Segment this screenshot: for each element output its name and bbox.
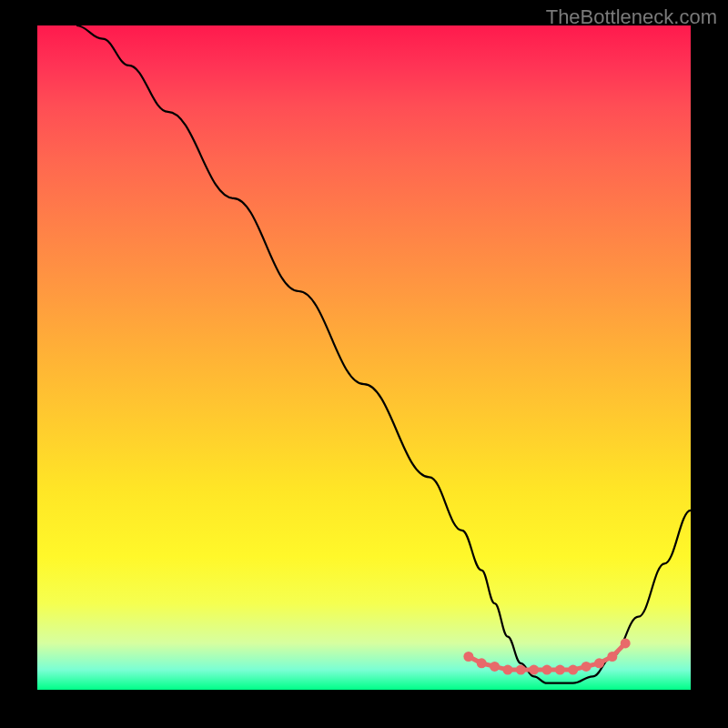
bottleneck-curve-line (76, 25, 691, 683)
highlight-dot (490, 662, 500, 672)
highlight-dot (477, 658, 487, 668)
highlight-dot (516, 665, 526, 675)
highlight-dot (542, 665, 552, 675)
highlight-dot (568, 665, 578, 675)
attribution-text: TheBottleneck.com (546, 5, 717, 29)
highlight-dot (463, 652, 473, 662)
chart-plot-area (37, 25, 691, 690)
highlight-dots (463, 638, 630, 674)
chart-svg (37, 25, 691, 690)
highlight-dot (594, 658, 604, 668)
highlight-dot (529, 665, 539, 675)
highlight-dot (502, 665, 512, 675)
highlight-dot (581, 662, 592, 672)
highlight-dot (621, 638, 631, 648)
highlight-dot (607, 652, 617, 662)
highlight-dot (555, 665, 565, 675)
